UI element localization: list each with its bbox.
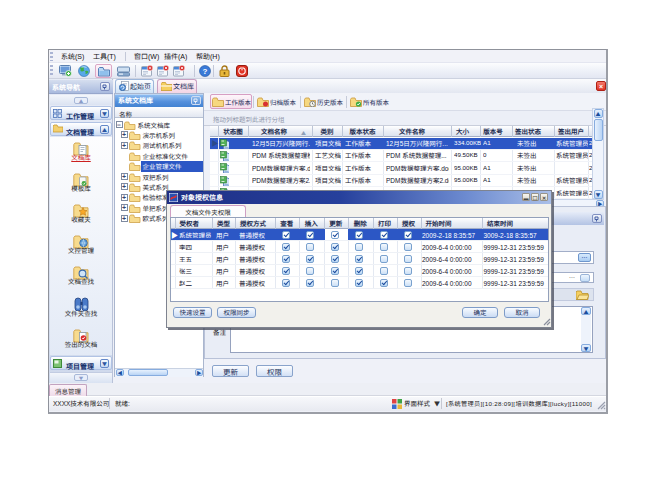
svg-text:?: ? (203, 67, 208, 76)
